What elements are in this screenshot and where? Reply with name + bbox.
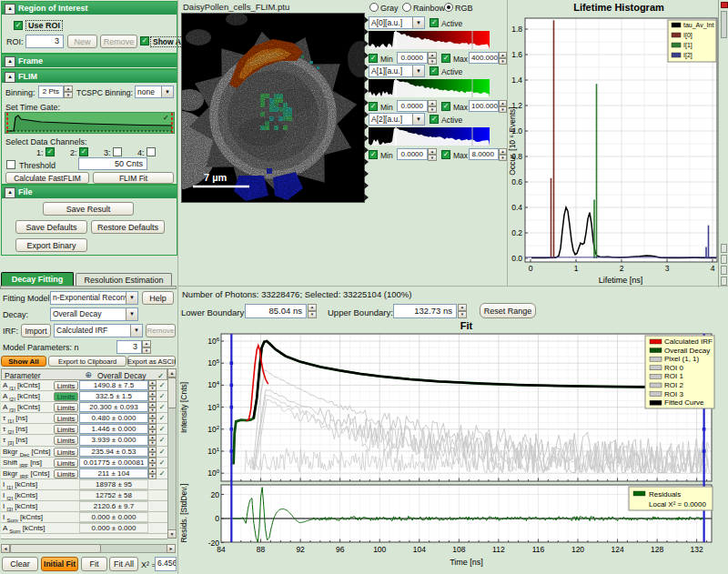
- spin-down-icon[interactable]: ▼: [148, 397, 157, 402]
- channel-max-field[interactable]: 100.000: [469, 100, 499, 112]
- tab-resolution-estimation[interactable]: Resolution Estimation: [76, 273, 172, 286]
- spin-down-icon[interactable]: ▼: [148, 418, 157, 424]
- channel-min-spinner[interactable]: [428, 100, 437, 112]
- hscroll-thumb[interactable]: [10, 544, 101, 553]
- dock-button[interactable]: [721, 244, 727, 253]
- limits-button[interactable]: Limits: [54, 392, 78, 401]
- lower-boundary-field[interactable]: 85.04 ns: [245, 304, 307, 318]
- dock-button[interactable]: [721, 277, 727, 286]
- save-defaults-button[interactable]: Save Defaults: [15, 220, 87, 234]
- irf-import-button[interactable]: Import: [21, 324, 51, 337]
- channel-min-field[interactable]: 0.0000: [397, 52, 428, 64]
- channel-max-checkbox[interactable]: [441, 54, 450, 63]
- channel-max-checkbox[interactable]: [441, 102, 450, 111]
- model-parameters-spinner[interactable]: [142, 340, 151, 354]
- param-value-field[interactable]: 1490.8 ± 7.5: [79, 380, 148, 390]
- channel-max-spinner[interactable]: [499, 100, 507, 112]
- limits-button[interactable]: Limits: [54, 458, 78, 468]
- param-value-spinner[interactable]: ▲▼: [148, 435, 157, 445]
- channel-min-field[interactable]: 0.0000: [397, 148, 428, 160]
- file-section-header[interactable]: File: [2, 186, 177, 198]
- limits-button[interactable]: Limits: [54, 436, 78, 445]
- spin-down-icon[interactable]: ▼: [148, 474, 157, 479]
- channel-min-checkbox[interactable]: [369, 54, 378, 63]
- roi-remove-button[interactable]: Remove: [100, 35, 137, 48]
- channel-active-checkbox[interactable]: [430, 66, 439, 76]
- threshold-checkbox[interactable]: [6, 160, 15, 169]
- model-parameters-field[interactable]: 3: [116, 340, 142, 354]
- spin-down-icon[interactable]: ▼: [148, 440, 157, 446]
- check-column-header[interactable]: ✓: [155, 369, 167, 379]
- spin-down-icon[interactable]: ▼: [148, 386, 157, 391]
- rgb-radio[interactable]: [444, 3, 453, 12]
- channel-max-field[interactable]: 400.000: [469, 52, 499, 64]
- param-value-field[interactable]: 211 ± 104: [79, 468, 148, 478]
- chevron-down-icon[interactable]: [126, 292, 137, 304]
- channel-histogram[interactable]: [369, 79, 490, 97]
- channel-4-checkbox[interactable]: [147, 147, 156, 156]
- param-value-field[interactable]: 0.01775 ± 0.00081: [79, 458, 148, 468]
- limits-button[interactable]: Limits: [54, 425, 78, 434]
- frame-section-header[interactable]: Frame: [2, 55, 177, 67]
- channel-max-field[interactable]: 8.0000: [469, 148, 499, 160]
- spin-down-icon[interactable]: ▼: [148, 463, 157, 468]
- collapse-icon[interactable]: [5, 4, 15, 15]
- flim-fit-button[interactable]: FLIM Fit: [93, 172, 174, 184]
- param-use-checkbox[interactable]: ✓: [157, 413, 167, 423]
- threshold-field[interactable]: 50 Cnts: [78, 157, 147, 170]
- collapse-icon[interactable]: [5, 72, 15, 83]
- value-column-header[interactable]: Overall Decay: [96, 369, 155, 379]
- param-value-spinner[interactable]: ▲▼: [148, 413, 157, 423]
- param-use-checkbox[interactable]: ✓: [157, 435, 167, 445]
- lower-boundary-spinner[interactable]: [308, 304, 317, 318]
- param-value-spinner[interactable]: ▲▼: [148, 468, 157, 478]
- channel-param-select[interactable]: A[0][a.u.]: [369, 16, 425, 29]
- flim-image[interactable]: 7 µm: [181, 13, 365, 203]
- roi-number-field[interactable]: 3: [25, 35, 64, 48]
- param-value-spinner[interactable]: ▲▼: [148, 402, 157, 412]
- channel-histogram[interactable]: [369, 127, 490, 146]
- spin-down-icon[interactable]: ▼: [148, 429, 157, 435]
- decay-select[interactable]: Overall Decay: [50, 307, 138, 321]
- param-use-checkbox[interactable]: ✓: [157, 402, 167, 412]
- export-binary-button[interactable]: Export Binary: [15, 238, 87, 252]
- limits-button[interactable]: Limits: [54, 381, 78, 390]
- chevron-down-icon[interactable]: [412, 65, 424, 76]
- param-value-spinner[interactable]: ▲▼: [148, 458, 157, 468]
- channel-min-checkbox[interactable]: [369, 102, 378, 111]
- param-use-checkbox[interactable]: ✓: [157, 468, 167, 478]
- rainbow-radio[interactable]: [402, 3, 411, 12]
- tab-decay-fitting[interactable]: Decay Fitting: [1, 272, 74, 286]
- reset-range-button[interactable]: Reset Range: [480, 303, 536, 318]
- param-value-field[interactable]: 235.94 ± 0.53: [79, 447, 148, 457]
- channel-min-spinner[interactable]: [428, 148, 437, 160]
- use-roi-checkbox[interactable]: [14, 21, 23, 30]
- scroll-left-icon[interactable]: ◄: [1, 544, 10, 553]
- channel-param-select[interactable]: A[1][a.u.]: [369, 65, 425, 77]
- limits-button[interactable]: Limits: [54, 448, 78, 457]
- param-value-spinner[interactable]: ▲▼: [148, 380, 157, 390]
- fitting-model-select[interactable]: n-Exponential Reconvolution: [50, 291, 138, 305]
- param-use-checkbox[interactable]: ✓: [157, 458, 167, 468]
- param-value-field[interactable]: 3.939 ± 0.000: [79, 435, 148, 445]
- roi-new-button[interactable]: New: [67, 35, 97, 48]
- restore-defaults-button[interactable]: Restore Defaults: [91, 220, 165, 234]
- channel-param-select[interactable]: A[2][a.u.]: [369, 113, 425, 126]
- vscroll-thumb[interactable]: [167, 378, 177, 408]
- save-result-button[interactable]: Save Result: [43, 202, 134, 216]
- calculate-fastflim-button[interactable]: Calculate FastFLIM: [5, 172, 89, 184]
- param-use-checkbox[interactable]: ✓: [157, 424, 167, 434]
- chevron-down-icon[interactable]: [412, 17, 424, 28]
- dock-handle[interactable]: [721, 11, 727, 38]
- chevron-down-icon[interactable]: [130, 325, 142, 337]
- scroll-up-icon[interactable]: ▲: [167, 368, 177, 378]
- dock-button[interactable]: [721, 266, 727, 275]
- fit-all-button[interactable]: Fit All: [109, 557, 138, 571]
- irf-select[interactable]: Calculated IRF: [54, 324, 143, 337]
- flim-section-header[interactable]: FLIM: [2, 70, 177, 83]
- param-use-checkbox[interactable]: ✓: [157, 380, 167, 390]
- export-clipboard-button[interactable]: Export to Clipboard: [48, 356, 126, 367]
- param-use-checkbox[interactable]: ✓: [157, 391, 167, 401]
- close-panel-icon[interactable]: [721, 2, 728, 8]
- scroll-down-icon[interactable]: ▼: [167, 529, 177, 539]
